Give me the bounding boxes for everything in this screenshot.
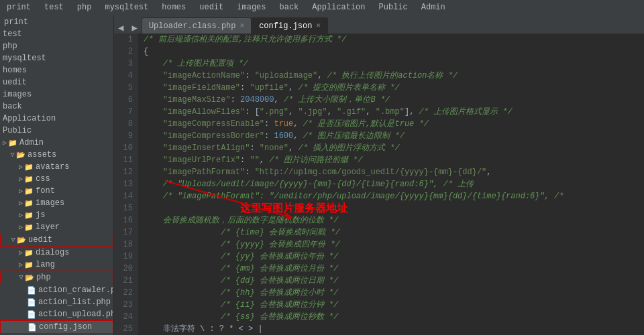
sidebar-item-layer[interactable]: ▷ 📁 layer <box>0 221 113 233</box>
line-num-25: 25 <box>119 323 133 335</box>
sidebar-item-assets[interactable]: ▷ 📂 assets <box>0 149 113 161</box>
sidebar-item-test[interactable]: test <box>0 28 113 40</box>
code-line-25: 非法字符 \ : ? * < > | <box>144 323 639 335</box>
sidebar-item-action-upload[interactable]: 📄 action_upload.php <box>0 308 113 320</box>
line-num-11: 11 <box>119 154 133 166</box>
code-line-14: /* "imagePathFormat": "/ueditor/php/uplo… <box>144 190 639 202</box>
sidebar-item-js[interactable]: ▷ 📁 js <box>0 209 113 221</box>
sidebar-label: uedit <box>3 78 27 87</box>
sidebar-item-print[interactable]: print <box>0 16 113 28</box>
sidebar-item-mysqltest[interactable]: mysqltest <box>0 52 113 64</box>
line-numbers: 1 2 3 4 5 6 7 8 9 10 11 12 13 14 15 16 1… <box>114 34 138 335</box>
sidebar-item-public[interactable]: Public <box>0 125 113 137</box>
sidebar-item-config-json[interactable]: 📄 config.json <box>0 320 113 334</box>
menu-test[interactable]: test <box>42 1 66 13</box>
sidebar-label: homes <box>3 66 27 75</box>
line-num-9: 9 <box>119 130 133 142</box>
tab-label: config.json <box>259 21 312 31</box>
file-icon: 📄 <box>27 310 36 319</box>
sidebar-item-action-list[interactable]: 📄 action_list.php <box>0 296 113 308</box>
file-icon: 📄 <box>27 286 36 295</box>
sidebar-item-font[interactable]: ▷ 📁 font <box>0 185 113 197</box>
arrow-icon: ▷ <box>19 261 23 269</box>
sidebar-item-uedit2[interactable]: ▷ 📂 uedit <box>0 233 113 247</box>
sidebar-label: config.json <box>39 322 92 332</box>
sidebar-item-action-crawler[interactable]: 📄 action_crawler.php <box>0 284 113 296</box>
sidebar-label: php <box>36 273 51 282</box>
line-num-6: 6 <box>119 94 133 106</box>
folder-icon: 📂 <box>25 273 34 282</box>
sidebar-label: uedit <box>28 235 52 245</box>
line-num-20: 20 <box>119 263 133 275</box>
sidebar-label: assets <box>28 150 56 159</box>
sidebar-item-application[interactable]: Application <box>0 113 113 125</box>
code-area[interactable]: 1 2 3 4 5 6 7 8 9 10 11 12 13 14 15 16 1… <box>114 34 644 335</box>
folder-icon: 📁 <box>24 249 34 257</box>
arrow-icon: ▷ <box>9 238 17 242</box>
arrow-icon: ▷ <box>19 211 23 219</box>
tab-nav-next[interactable]: ▶ <box>127 22 141 34</box>
code-line-8: "imageCompressEnable": true, /* 是否压缩图片,默… <box>144 118 639 130</box>
sidebar-label: Admin <box>19 138 44 147</box>
menu-print[interactable]: print <box>4 1 34 13</box>
line-num-16: 16 <box>119 214 133 226</box>
tab-uploader[interactable]: Uploader.class.php ✕ <box>142 17 252 34</box>
arrow-icon: ▷ <box>19 223 23 231</box>
tab-close-icon[interactable]: ✕ <box>240 22 245 29</box>
line-num-4: 4 <box>119 70 133 82</box>
code-line-9: "imageCompressBorder": 1600, /* 图片压缩最长边限… <box>144 130 639 142</box>
arrow-icon: ▷ <box>19 187 23 195</box>
tab-config-json[interactable]: config.json ✕ <box>252 17 328 34</box>
line-num-3: 3 <box>119 58 133 70</box>
code-line-3: /* 上传图片配置项 */ <box>144 58 639 70</box>
menu-mysqltest[interactable]: mysqltest <box>102 1 151 13</box>
menu-php[interactable]: php <box>74 1 95 13</box>
menu-public[interactable]: Public <box>376 1 411 13</box>
sidebar-label: images <box>36 198 64 208</box>
tab-nav-prev[interactable]: ◀ <box>114 22 127 34</box>
menu-application[interactable]: Application <box>309 1 368 13</box>
sidebar-item-dialogs[interactable]: ▷ 📁 dialogs <box>0 247 113 259</box>
menu-admin[interactable]: Admin <box>419 1 448 13</box>
code-line-11: "imageUrlPrefix": "", /* 图片访问路径前缀 */ <box>144 154 639 166</box>
arrow-icon: ▷ <box>3 139 7 147</box>
line-num-21: 21 <box>119 275 133 287</box>
code-line-20: /* {mm} 会替换成两位月份 */ <box>144 263 639 275</box>
sidebar-label: lang <box>36 260 55 269</box>
sidebar-item-images[interactable]: images <box>0 88 113 100</box>
folder-icon: 📁 <box>24 163 34 172</box>
sidebar-item-lang[interactable]: ▷ 📁 lang <box>0 259 113 271</box>
menu-uedit[interactable]: uedit <box>197 1 226 13</box>
sidebar-item-back[interactable]: back <box>0 100 113 113</box>
arrow-icon: ▷ <box>19 163 23 171</box>
sidebar-item-avatars[interactable]: ▷ 📁 avatars <box>0 161 113 173</box>
folder-icon: 📂 <box>17 236 26 245</box>
sidebar-item-php2[interactable]: ▷ 📂 php <box>0 271 113 284</box>
menu-images[interactable]: images <box>234 1 268 13</box>
code-line-4: "imageActionName": "uploadimage", /* 执行上… <box>144 70 639 82</box>
line-num-7: 7 <box>119 106 133 118</box>
sidebar-item-php[interactable]: php <box>0 40 113 52</box>
sidebar-item-uedit[interactable]: uedit <box>0 76 113 88</box>
sidebar-label: avatars <box>36 162 69 172</box>
arrow-icon: ▷ <box>19 249 23 257</box>
line-num-18: 18 <box>119 239 133 251</box>
code-line-17: /* {time} 会替换成时间戳 */ <box>144 226 639 239</box>
folder-icon: 📁 <box>24 187 34 196</box>
sidebar-item-images2[interactable]: ▷ 📁 images <box>0 197 113 209</box>
tab-close-icon[interactable]: ✕ <box>316 22 321 29</box>
comment: /* 上传图片配置项 */ <box>144 59 248 68</box>
sidebar-item-admin[interactable]: ▷ 📁 Admin <box>0 137 113 149</box>
line-num-22: 22 <box>119 287 133 299</box>
folder-icon: 📁 <box>24 223 34 232</box>
sidebar-label: font <box>36 186 55 196</box>
line-num-2: 2 <box>119 46 133 58</box>
sidebar-item-css[interactable]: ▷ 📁 css <box>0 173 113 185</box>
menu-homes[interactable]: homes <box>159 1 189 13</box>
menu-back[interactable]: back <box>277 1 302 13</box>
folder-icon: 📁 <box>24 211 34 220</box>
sidebar-item-homes[interactable]: homes <box>0 64 113 76</box>
sidebar-label: action_crawler.php <box>38 285 114 295</box>
main-layout: print test php mysqltest homes uedit ima… <box>0 15 644 335</box>
code-line-23: /* {ii} 会替换成两位分钟 */ <box>144 299 639 311</box>
